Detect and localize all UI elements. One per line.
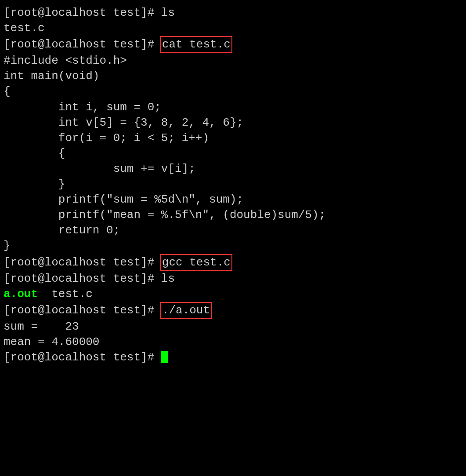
cmd-gcc-highlight: gcc test.c	[160, 254, 232, 271]
prompt: [root@localhost test]#	[4, 6, 161, 19]
cursor	[161, 351, 168, 363]
prompt-line-gcc: [root@localhost test]# gcc test.c	[4, 254, 462, 271]
run-output-mean: mean = 4.60000	[4, 334, 462, 350]
prompt-line-ls1: [root@localhost test]# ls	[4, 5, 462, 21]
ls2-aout: a.out	[4, 287, 38, 301]
terminal[interactable]: [root@localhost test]# ls test.c [root@l…	[4, 5, 462, 365]
prompt: [root@localhost test]#	[4, 351, 161, 364]
src-line: }	[4, 177, 462, 192]
run-output-sum: sum = 23	[4, 319, 462, 334]
src-line: int v[5] = {3, 8, 2, 4, 6};	[4, 115, 462, 131]
prompt-line-run: [root@localhost test]# ./a.out	[4, 302, 462, 319]
src-line: return 0;	[4, 223, 462, 238]
cmd-cat-highlight: cat test.c	[160, 36, 232, 53]
prompt: [root@localhost test]#	[4, 304, 161, 317]
src-line: #include <stdio.h>	[4, 53, 462, 69]
cmd-run: ./a.out	[162, 304, 210, 317]
src-line: int main(void)	[4, 69, 462, 84]
src-line: int i, sum = 0;	[4, 100, 462, 115]
src-line: printf("mean = %.5f\n", (double)sum/5);	[4, 207, 462, 223]
cmd-ls2: ls	[161, 272, 175, 285]
cmd-gcc: gcc test.c	[162, 256, 231, 269]
ls2-rest: test.c	[38, 287, 93, 301]
prompt-line-ls2: [root@localhost test]# ls	[4, 271, 462, 287]
prompt: [root@localhost test]#	[4, 272, 161, 285]
src-line: {	[4, 84, 462, 99]
cmd-ls: ls	[161, 6, 175, 19]
src-line: }	[4, 238, 462, 254]
ls2-output: a.out test.c	[4, 287, 462, 302]
cmd-run-highlight: ./a.out	[160, 302, 212, 319]
prompt: [root@localhost test]#	[4, 38, 161, 51]
ls1-output: test.c	[4, 21, 462, 36]
prompt: [root@localhost test]#	[4, 256, 161, 269]
src-line: printf("sum = %5d\n", sum);	[4, 192, 462, 207]
prompt-line-cat: [root@localhost test]# cat test.c	[4, 36, 462, 53]
cmd-cat: cat test.c	[162, 38, 231, 51]
src-line: {	[4, 146, 462, 161]
src-line: for(i = 0; i < 5; i++)	[4, 131, 462, 146]
prompt-line-current[interactable]: [root@localhost test]#	[4, 350, 462, 365]
src-line: sum += v[i];	[4, 161, 462, 177]
